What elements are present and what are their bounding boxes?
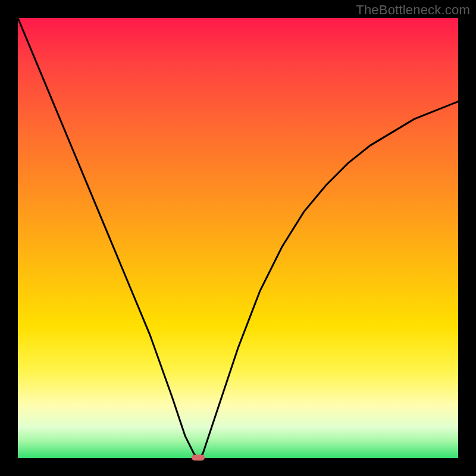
curve-line	[18, 18, 458, 458]
bottleneck-curve	[18, 18, 458, 458]
watermark-text: TheBottleneck.com	[356, 2, 470, 18]
minimum-marker	[192, 455, 205, 461]
chart-plot-area	[18, 18, 458, 458]
